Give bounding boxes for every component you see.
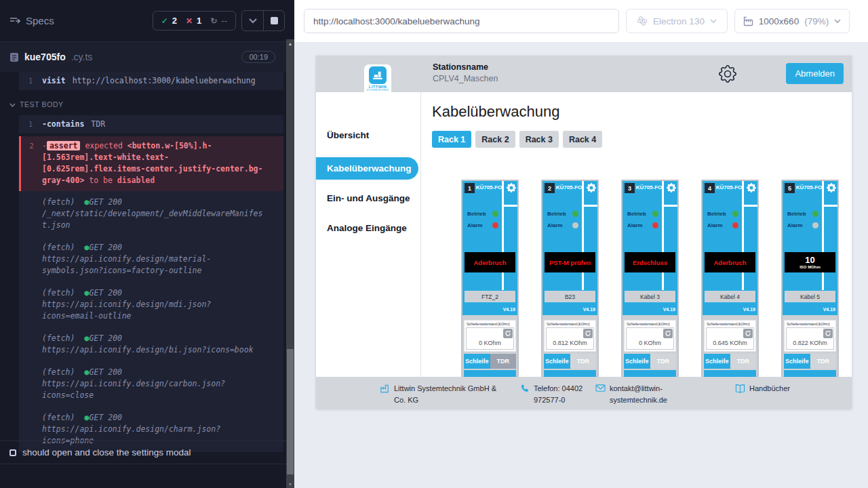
stat-pending: ↻ -- — [210, 16, 227, 26]
aut-url-toolbar: http://localhost:3000/kabelueberwachung … — [294, 0, 868, 42]
card-gear-icon[interactable] — [507, 183, 516, 192]
resistance-value-box: 0.645 KOhm — [706, 327, 754, 350]
card-gear-icon[interactable] — [827, 183, 836, 192]
viewport-zoom: (79%) — [804, 16, 829, 26]
fetch-log-row[interactable]: (fetch) ●GET 200 https://api.iconify.des… — [19, 237, 283, 282]
test-body-section[interactable]: TEST BODY — [9, 99, 294, 110]
spec-file-row[interactable]: kue705fo.cy.ts 00:19 — [0, 42, 294, 72]
betrieb-led — [732, 211, 738, 217]
scrollbar-thumb[interactable] — [287, 349, 294, 474]
sidebar-item-analoge-eingaenge[interactable]: Analoge Eingänge — [316, 220, 420, 237]
card-divider — [742, 181, 744, 290]
schleife-button[interactable]: Schleife — [624, 354, 650, 369]
refresh-button[interactable] — [503, 329, 513, 338]
check-icon: ✓ — [161, 16, 168, 26]
cable-name: B23 — [545, 291, 595, 302]
next-test-row[interactable]: should open and close the settings modal — [0, 441, 286, 464]
betrieb-label: Betrieb — [707, 211, 729, 217]
ruler-icon — [743, 16, 753, 26]
device-card-2: 2 KÜ705-FO Betrieb Alarm PST-M prüfen B — [541, 180, 599, 378]
pending-count: -- — [221, 16, 227, 26]
tab-rack-2[interactable]: Rack 2 — [475, 131, 515, 148]
fetch-status: GET 200 — [90, 367, 122, 377]
viewport-size: 1000x660 — [759, 16, 799, 26]
email-icon — [595, 384, 606, 392]
browser-select[interactable]: Electron 130 — [626, 9, 728, 33]
failed-assert-row[interactable]: 2 -assert expected <button.w-[50%].h-[1.… — [19, 136, 283, 191]
settings-gear-icon[interactable] — [719, 65, 736, 83]
led-panel: Betrieb Alarm — [467, 209, 498, 232]
resistance-value: 0 KOhm — [627, 340, 673, 346]
fetch-label: (fetch) — [42, 367, 75, 377]
schleife-button[interactable]: Schleife — [544, 354, 570, 369]
tab-rack-4[interactable]: Rack 4 — [563, 131, 602, 148]
device-title: KÜ705-FO — [475, 184, 503, 190]
contains-command-row[interactable]: 1 -containsTDR — [19, 115, 283, 134]
resistance-value: 0 KOhm — [467, 340, 513, 346]
tdr-button[interactable]: TDR — [810, 354, 837, 369]
schleife-button[interactable]: Schleife — [464, 354, 490, 369]
sidebar-item-kabelueberwachung[interactable]: Kabelüberwachung — [316, 157, 418, 180]
status-text: PST-M prüfen — [549, 259, 591, 266]
refresh-button[interactable] — [663, 329, 673, 338]
tab-rack-3[interactable]: Rack 3 — [519, 131, 559, 148]
fetch-log-row[interactable]: (fetch) ●GET 200 /_next/static/developme… — [19, 191, 283, 237]
device-number-badge: 4 — [705, 183, 715, 193]
schleife-button[interactable]: Schleife — [704, 354, 730, 369]
resistance-value: 0.822 KOhm — [787, 340, 833, 346]
resistance-label: Schleifenwiderstand [kOhm] — [707, 322, 754, 326]
restart-icon: ↻ — [210, 16, 217, 26]
device-title: KÜ705-FO — [635, 184, 663, 190]
stop-run-button[interactable] — [263, 11, 284, 30]
electron-icon — [637, 16, 648, 26]
assert-dash: - — [42, 141, 47, 150]
success-dot-icon: ● — [84, 197, 89, 207]
device-title: KÜ705-FO — [795, 184, 823, 190]
tdr-button[interactable]: TDR — [730, 354, 757, 369]
section-label: TEST BODY — [20, 99, 64, 110]
browser-name: Electron 130 — [653, 16, 705, 26]
card-bottom-strip — [624, 370, 676, 377]
fetch-log-row[interactable]: (fetch) ●GET 200 https://api.iconify.des… — [19, 361, 283, 407]
device-number-badge: 2 — [545, 183, 555, 193]
app-header: LITTWIN SYSTEMTECHNIK Stationsname CPLV4… — [316, 56, 852, 92]
status-display: Erdschluss — [625, 252, 675, 272]
reporter-scrollbar[interactable]: ▲ ▼ — [286, 39, 294, 488]
card-gear-icon[interactable] — [747, 183, 756, 192]
refresh-button[interactable] — [823, 329, 833, 338]
status-text: Aderbruch — [473, 259, 506, 266]
fetch-log-row[interactable]: (fetch) ●GET 200 https://api.iconify.des… — [19, 282, 283, 327]
card-gear-icon[interactable] — [587, 183, 596, 192]
fetch-log-row[interactable]: (fetch) ●GET 200 https://api.iconify.des… — [19, 327, 283, 361]
fetch-url: /_next/static/development/_devMiddleware… — [42, 208, 266, 231]
card-gear-icon[interactable] — [667, 183, 676, 192]
sidebar-item-ein-und-ausgaenge[interactable]: Ein- und Ausgänge — [316, 190, 420, 207]
collapse-button[interactable] — [242, 11, 263, 30]
tdr-button[interactable]: TDR — [490, 354, 517, 369]
visit-command-row[interactable]: 1 visithttp://localhost:3000/kabelueberw… — [19, 72, 283, 90]
alarm-led — [492, 222, 498, 228]
footer-manuals[interactable]: Handbücher — [735, 383, 790, 394]
tab-rack-1[interactable]: Rack 1 — [432, 131, 471, 148]
led-panel: Betrieb Alarm — [707, 209, 738, 232]
url-input[interactable]: http://localhost:3000/kabelueberwachung — [304, 9, 619, 33]
chevron-down-icon — [9, 103, 16, 107]
alarm-label: Alarm — [627, 222, 649, 228]
logout-button[interactable]: Abmelden — [786, 63, 844, 84]
scroll-down-arrow[interactable]: ▼ — [286, 480, 294, 488]
stat-passed: ✓ 2 — [161, 16, 177, 26]
tdr-button[interactable]: TDR — [650, 354, 677, 369]
firmware-version: V4.19 — [583, 307, 595, 312]
alarm-led — [572, 222, 578, 228]
sidebar-item-uebersicht[interactable]: Übersicht — [316, 127, 420, 144]
specs-title[interactable]: Specs — [9, 15, 54, 26]
resistance-label: Schleifenwiderstand [kOhm] — [467, 322, 514, 326]
alarm-label: Alarm — [547, 222, 569, 228]
refresh-button[interactable] — [583, 329, 593, 338]
scroll-up-arrow[interactable]: ▲ — [286, 39, 294, 47]
viewport-select[interactable]: 1000x660 (79%) — [734, 9, 850, 33]
footer-manuals-text: Handbücher — [749, 383, 790, 394]
tdr-button[interactable]: TDR — [570, 354, 597, 369]
refresh-button[interactable] — [743, 329, 753, 338]
schleife-button[interactable]: Schleife — [784, 354, 810, 369]
